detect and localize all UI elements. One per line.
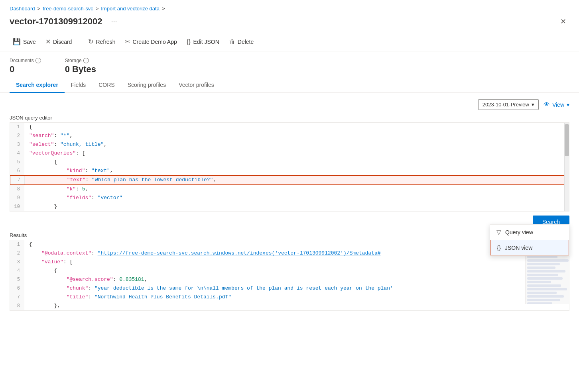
editor-line-4: 4 "vectorQueries": [ [10,149,569,158]
chevron-down-icon: ▾ [532,102,534,108]
json-view-option[interactable]: {} JSON view [490,240,569,255]
editor-label: JSON query editor [10,115,569,121]
tab-search-explorer[interactable]: Search explorer [10,78,65,93]
title-left: vector-1701309912002 ··· [10,16,117,27]
braces-icon: {} [497,244,501,251]
save-icon: 💾 [13,38,21,45]
documents-label: Documents i [10,58,41,63]
documents-value: 0 [10,64,41,74]
editor-line-5: 5 { [10,158,569,167]
result-line-3: 3 "value": [ [10,258,569,267]
json-view-label: JSON view [505,245,532,251]
result-line-5: 5 "@search.score": 0.835181, [10,275,569,284]
toolbar: 💾 Save ✕ Discard ↻ Refresh ✂ Create Demo… [0,32,579,51]
view-label: View [552,102,564,108]
query-view-label: Query view [505,229,533,235]
tab-vector-profiles[interactable]: Vector profiles [172,78,221,93]
storage-label: Storage i [65,58,96,63]
result-line-4: 4 { [10,267,569,275]
breadcrumb-sep2: > [96,6,99,12]
funnel-icon: ▽ [496,229,501,236]
tab-cors[interactable]: CORS [92,78,121,93]
editor-line-2: 2 "search": "*", [10,131,569,140]
more-options-button[interactable]: ··· [111,18,117,26]
page-title: vector-1701309912002 [10,16,102,27]
api-version-row: 2023-10-01-Preview ▾ 👁 View ▾ [10,99,569,110]
result-line-1: 1 { [10,240,569,249]
page-container: Dashboard > free-demo-search-svc > Impor… [0,0,579,392]
save-label: Save [23,39,36,45]
refresh-label: Refresh [96,39,115,45]
result-line-6: 6 "chunk": "year deductible is the same … [10,284,569,293]
json-editor[interactable]: 1 { 2 "search": "*", 3 "select": "chunk,… [10,122,569,212]
create-demo-icon: ✂ [125,38,130,45]
results-container: 1 { 2 "@odata.context": "https://free-de… [10,240,569,311]
edit-json-icon: {} [187,38,191,45]
breadcrumb-sep3: > [162,6,165,12]
editor-line-6: 6 "kind": "text", [10,167,569,175]
edit-json-button[interactable]: {} Edit JSON [183,36,223,48]
result-line-7: 7 "title": "Northwind_Health_Plus_Benefi… [10,293,569,302]
editor-scrollbar[interactable] [564,123,569,211]
breadcrumb: Dashboard > free-demo-search-svc > Impor… [0,0,579,14]
stats-section: Documents i 0 Storage i 0 Bytes [0,51,579,78]
editor-line-9: 9 "fields": "vector" [10,194,569,202]
tab-fields[interactable]: Fields [65,78,92,93]
delete-label: Delete [238,39,254,45]
refresh-button[interactable]: ↻ Refresh [85,35,118,48]
title-row: vector-1701309912002 ··· ✕ [0,14,579,32]
discard-label: Discard [53,39,72,45]
editor-line-3: 3 "select": "chunk, title", [10,140,569,149]
delete-icon: 🗑 [229,38,235,45]
refresh-icon: ↻ [88,38,93,45]
discard-icon: ✕ [45,38,51,45]
results-label: Results [10,232,569,238]
storage-info-icon[interactable]: i [83,58,89,63]
tab-scoring-profiles[interactable]: Scoring profiles [121,78,173,93]
content-area: 2023-10-01-Preview ▾ 👁 View ▾ ▽ Query vi… [0,93,579,317]
view-dropdown-menu: ▽ Query view {} JSON view [490,224,569,256]
eye-icon: 👁 [544,101,550,108]
editor-line-7: 7 "text": "Which plan has the lowest ded… [10,175,569,185]
view-chevron-icon: ▾ [567,102,569,108]
delete-button[interactable]: 🗑 Delete [226,36,257,48]
documents-info-icon[interactable]: i [35,58,41,63]
toolbar-divider-1 [80,37,80,47]
save-button[interactable]: 💾 Save [10,35,39,48]
breadcrumb-import[interactable]: Import and vectorize data [101,6,160,12]
editor-line-1: 1 { [10,123,569,131]
create-demo-button[interactable]: ✂ Create Demo App [122,35,180,48]
editor-line-8: 8 "k": 5, [10,185,569,194]
create-demo-label: Create Demo App [132,39,177,45]
editor-line-10: 10 } [10,202,569,211]
search-button-row: Search [10,216,569,228]
storage-stat: Storage i 0 Bytes [65,58,96,74]
view-dropdown[interactable]: 👁 View ▾ [544,101,569,108]
api-version-dropdown[interactable]: 2023-10-01-Preview ▾ [478,99,539,110]
breadcrumb-service[interactable]: free-demo-search-svc [43,6,93,12]
editor-scrollbar-thumb [565,124,569,156]
storage-value: 0 Bytes [65,64,96,74]
api-version-value: 2023-10-01-Preview [482,102,529,108]
result-line-2: 2 "@odata.context": "https://free-demo-s… [10,249,569,258]
breadcrumb-sep1: > [37,6,41,12]
tabs-container: Search explorer Fields CORS Scoring prof… [0,78,579,93]
edit-json-label: Edit JSON [193,39,219,45]
query-view-option[interactable]: ▽ Query view [490,225,569,240]
discard-button[interactable]: ✕ Discard [42,35,75,48]
result-line-8: 8 }, [10,302,569,310]
close-button[interactable]: ✕ [557,16,569,27]
breadcrumb-dashboard[interactable]: Dashboard [10,6,35,12]
documents-stat: Documents i 0 [10,58,41,74]
